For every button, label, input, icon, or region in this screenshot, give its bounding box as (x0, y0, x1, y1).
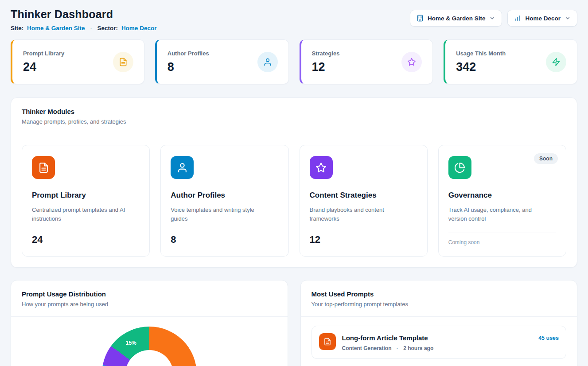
topbar: Thinker Dashboard Site: Home & Garden Si… (11, 8, 577, 31)
bottom-row: Prompt Usage Distribution How your promp… (11, 280, 577, 366)
usage-panel-subtitle: How your prompts are being used (22, 301, 277, 308)
breadcrumb: Site: Home & Garden Site · Sector: Home … (11, 25, 156, 31)
list-item[interactable]: Long-form Article Template Content Gener… (312, 326, 567, 359)
topbar-actions: Home & Garden Site Home Decor (410, 10, 577, 27)
bar-chart-icon (514, 15, 521, 22)
meta-separator: · (397, 345, 398, 351)
site-dropdown[interactable]: Home & Garden Site (410, 10, 502, 27)
sector-dropdown[interactable]: Home Decor (507, 10, 577, 27)
file-text-icon (32, 156, 55, 179)
star-icon (310, 156, 333, 179)
stat-label: Prompt Library (23, 50, 64, 57)
stat-value: 24 (23, 60, 64, 74)
stat-card-usage: Usage This Month 342 (444, 39, 577, 84)
stats-row: Prompt Library 24 Author Profiles 8 Stra… (11, 39, 577, 84)
thinker-modules-section: Thinker Modules Manage prompts, profiles… (11, 97, 577, 268)
site-label: Site: (11, 25, 23, 31)
modules-section-subtitle: Manage prompts, profiles, and strategies (22, 118, 566, 125)
module-description: Voice templates and writing style guides (171, 206, 273, 223)
file-text-icon (319, 333, 336, 350)
stat-value: 8 (167, 60, 209, 74)
usage-panel-title: Prompt Usage Distribution (22, 290, 277, 298)
stat-value: 12 (312, 60, 340, 74)
module-card-prompt-library[interactable]: Prompt Library Centralized prompt templa… (22, 145, 150, 257)
module-description: Brand playbooks and content frameworks (310, 206, 412, 223)
module-card-author-profiles[interactable]: Author Profiles Voice templates and writ… (160, 145, 288, 257)
module-card-content-strategies[interactable]: Content Strategies Brand playbooks and c… (300, 145, 428, 257)
stat-card-strategies: Strategies 12 (300, 39, 433, 84)
stat-label: Author Profiles (167, 50, 209, 57)
sector-link[interactable]: Home Decor (121, 25, 157, 31)
donut-segment-label: 15% (126, 340, 136, 346)
most-used-prompts-panel: Most Used Prompts Your top-performing pr… (300, 280, 578, 366)
prompt-item-meta: Content Generation · 2 hours ago (342, 345, 434, 351)
chevron-down-icon (565, 15, 571, 21)
site-dropdown-label: Home & Garden Site (428, 15, 486, 22)
prompts-panel-subtitle: Your top-performing prompt templates (312, 301, 567, 308)
module-count: 12 (310, 227, 417, 245)
prompt-item-category: Content Generation (342, 345, 392, 351)
pie-chart-icon (448, 156, 471, 179)
page-title: Thinker Dashboard (11, 8, 156, 21)
stat-value: 342 (456, 60, 506, 74)
module-card-governance[interactable]: Soon Governance Track AI usage, complian… (438, 145, 566, 257)
dashboard-page: Thinker Dashboard Site: Home & Garden Si… (0, 0, 588, 366)
module-count: 8 (171, 227, 278, 245)
prompt-usage-donut: 15% (102, 327, 197, 366)
prompt-item-time: 2 hours ago (403, 345, 433, 351)
module-description: Centralized prompt templates and AI inst… (32, 206, 134, 223)
module-title: Content Strategies (310, 191, 417, 200)
chevron-down-icon (489, 15, 495, 21)
coming-soon-text: Coming soon (448, 233, 556, 245)
soon-badge: Soon (534, 153, 558, 164)
prompt-item-uses-badge: 45 uses (538, 335, 559, 341)
module-title: Author Profiles (171, 191, 278, 200)
user-icon (257, 52, 278, 72)
user-icon (171, 156, 194, 179)
title-block: Thinker Dashboard Site: Home & Garden Si… (11, 8, 156, 31)
module-description: Track AI usage, compliance, and version … (448, 206, 550, 223)
prompt-list: Long-form Article Template Content Gener… (301, 317, 577, 366)
stat-label: Strategies (312, 50, 340, 57)
module-title: Prompt Library (32, 191, 140, 200)
modules-grid: Prompt Library Centralized prompt templa… (11, 134, 577, 267)
modules-section-title: Thinker Modules (22, 108, 566, 115)
module-title: Governance (448, 191, 556, 200)
donut-chart-area: 15% (11, 317, 288, 366)
prompt-item-title: Long-form Article Template (342, 334, 434, 342)
site-link[interactable]: Home & Garden Site (27, 25, 85, 31)
module-count: 24 (32, 227, 140, 245)
sector-dropdown-label: Home Decor (525, 15, 561, 22)
star-icon (401, 52, 422, 72)
file-text-icon (113, 52, 133, 72)
stat-card-author-profiles: Author Profiles 8 (155, 39, 289, 84)
stat-card-prompt-library: Prompt Library 24 (11, 39, 144, 84)
prompt-usage-panel: Prompt Usage Distribution How your promp… (11, 280, 288, 366)
sector-label: Sector: (97, 25, 118, 31)
stat-label: Usage This Month (456, 50, 506, 57)
breadcrumb-separator: · (90, 25, 92, 31)
donut-hole (125, 350, 173, 366)
zap-icon (546, 52, 566, 72)
building-icon (417, 15, 424, 22)
prompts-panel-title: Most Used Prompts (312, 290, 567, 298)
